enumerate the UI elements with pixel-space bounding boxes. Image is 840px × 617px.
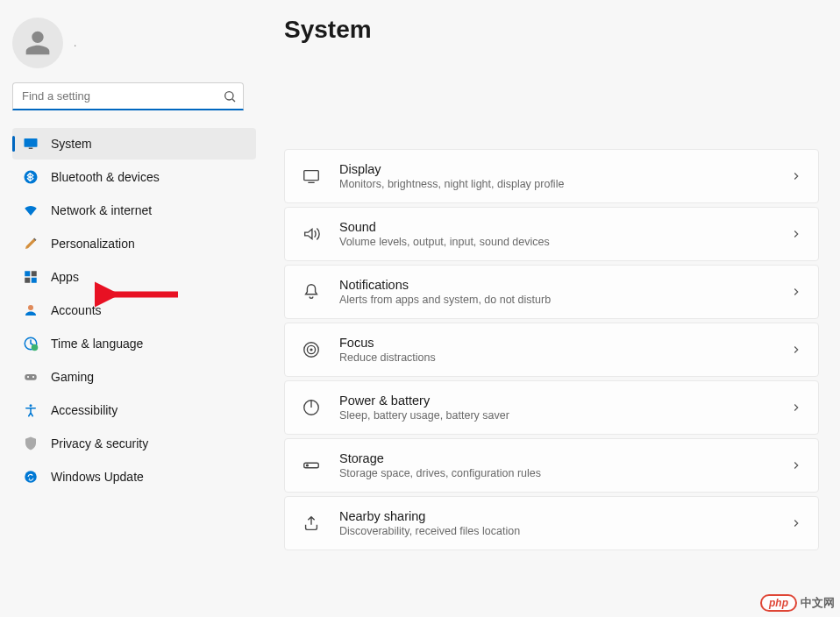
card-notifications[interactable]: Notifications Alerts from apps and syste… <box>284 265 819 319</box>
sidebar-item-label: Bluetooth & devices <box>51 170 160 184</box>
sidebar-item-windows-update[interactable]: Windows Update <box>12 461 256 493</box>
chevron-right-icon <box>790 459 802 472</box>
bell-icon <box>301 281 322 302</box>
card-subtitle: Discoverability, received files location <box>339 525 772 537</box>
storage-icon <box>301 455 322 476</box>
chevron-right-icon <box>790 517 802 529</box>
sidebar-item-label: Apps <box>51 270 79 284</box>
card-subtitle: Sleep, battery usage, battery saver <box>339 409 772 422</box>
bluetooth-icon <box>23 169 39 185</box>
card-title: Storage <box>339 451 772 465</box>
svg-rect-5 <box>25 271 30 276</box>
sidebar-item-privacy-security[interactable]: Privacy & security <box>12 428 256 459</box>
card-title: Display <box>339 162 772 176</box>
svg-rect-7 <box>25 278 30 283</box>
avatar <box>12 18 63 68</box>
sidebar-item-system[interactable]: System <box>12 128 256 160</box>
svg-rect-8 <box>32 278 37 283</box>
sidebar-item-label: Accessibility <box>51 403 117 417</box>
card-title: Sound <box>339 220 772 234</box>
sidebar-item-label: Privacy & security <box>51 436 148 450</box>
settings-list: Display Monitors, brightness, night ligh… <box>284 149 819 568</box>
svg-point-11 <box>32 344 39 351</box>
card-subtitle: Alerts from apps and system, do not dist… <box>339 294 772 306</box>
svg-rect-17 <box>304 171 319 181</box>
clock-globe-icon <box>23 336 39 351</box>
gamepad-icon <box>23 369 39 385</box>
svg-rect-6 <box>32 271 37 276</box>
card-subtitle: Volume levels, output, input, sound devi… <box>339 236 772 248</box>
wifi-icon <box>23 202 39 218</box>
card-storage[interactable]: Storage Storage space, drives, configura… <box>284 438 819 493</box>
sidebar-item-time-language[interactable]: Time & language <box>12 328 256 359</box>
sidebar-item-apps[interactable]: Apps <box>12 261 256 293</box>
sidebar-item-label: Network & internet <box>51 203 152 217</box>
sidebar-item-label: Time & language <box>51 337 143 351</box>
chevron-right-icon <box>790 344 802 356</box>
chevron-right-icon <box>790 401 802 414</box>
search-input[interactable] <box>12 82 244 110</box>
svg-point-21 <box>310 349 312 351</box>
search-icon <box>223 89 237 103</box>
focus-icon <box>301 339 322 360</box>
sidebar-item-network[interactable]: Network & internet <box>12 195 256 226</box>
user-profile[interactable]: . <box>0 11 256 82</box>
svg-point-0 <box>225 92 233 100</box>
power-icon <box>301 397 322 418</box>
monitor-icon <box>23 136 39 152</box>
card-subtitle: Monitors, brightness, night light, displ… <box>339 178 772 190</box>
person-icon <box>24 29 52 57</box>
card-display[interactable]: Display Monitors, brightness, night ligh… <box>284 149 819 203</box>
svg-point-15 <box>30 404 32 407</box>
svg-point-14 <box>32 376 34 378</box>
card-title: Notifications <box>339 278 772 292</box>
accessibility-icon <box>23 402 39 418</box>
search-box[interactable] <box>12 82 244 110</box>
card-title: Power & battery <box>339 394 772 408</box>
sidebar-item-bluetooth[interactable]: Bluetooth & devices <box>12 161 256 193</box>
card-focus[interactable]: Focus Reduce distractions <box>284 323 819 377</box>
user-name: . <box>74 37 76 49</box>
page-title: System <box>284 16 819 44</box>
svg-rect-3 <box>29 148 33 150</box>
svg-point-13 <box>27 376 29 378</box>
svg-rect-12 <box>25 374 37 380</box>
card-subtitle: Reduce distractions <box>339 351 772 364</box>
sidebar-item-label: Windows Update <box>51 470 144 484</box>
svg-point-25 <box>307 465 309 466</box>
card-power-battery[interactable]: Power & battery Sleep, battery usage, ba… <box>284 380 819 435</box>
sidebar-item-accounts[interactable]: Accounts <box>12 294 256 326</box>
sidebar: . System Bluetooth & devices Network & i <box>0 0 263 617</box>
chevron-right-icon <box>790 170 802 182</box>
apps-icon <box>23 269 39 285</box>
main-panel: System Display Monitors, brightness, nig… <box>263 0 840 617</box>
card-nearby-sharing[interactable]: Nearby sharing Discoverability, received… <box>284 496 819 550</box>
svg-point-16 <box>25 471 37 483</box>
sidebar-item-personalization[interactable]: Personalization <box>12 228 256 259</box>
display-icon <box>301 166 322 187</box>
sidebar-item-label: Accounts <box>51 303 102 317</box>
chevron-right-icon <box>790 286 802 298</box>
card-title: Focus <box>339 336 772 350</box>
share-icon <box>301 513 322 534</box>
sidebar-nav: System Bluetooth & devices Network & int… <box>0 123 256 493</box>
card-title: Nearby sharing <box>339 509 772 523</box>
svg-point-9 <box>28 305 33 310</box>
card-subtitle: Storage space, drives, configuration rul… <box>339 467 772 479</box>
sidebar-item-label: System <box>51 137 92 151</box>
svg-rect-2 <box>25 138 38 147</box>
sidebar-item-accessibility[interactable]: Accessibility <box>12 394 256 426</box>
card-sound[interactable]: Sound Volume levels, output, input, soun… <box>284 207 819 261</box>
update-icon <box>23 469 39 485</box>
chevron-right-icon <box>790 228 802 240</box>
sidebar-item-label: Personalization <box>51 237 135 251</box>
sidebar-item-gaming[interactable]: Gaming <box>12 361 256 393</box>
shield-icon <box>23 436 39 451</box>
paintbrush-icon <box>23 236 39 252</box>
sidebar-item-label: Gaming <box>51 370 94 384</box>
svg-line-1 <box>232 99 235 102</box>
accounts-icon <box>23 302 39 318</box>
sound-icon <box>301 223 322 245</box>
